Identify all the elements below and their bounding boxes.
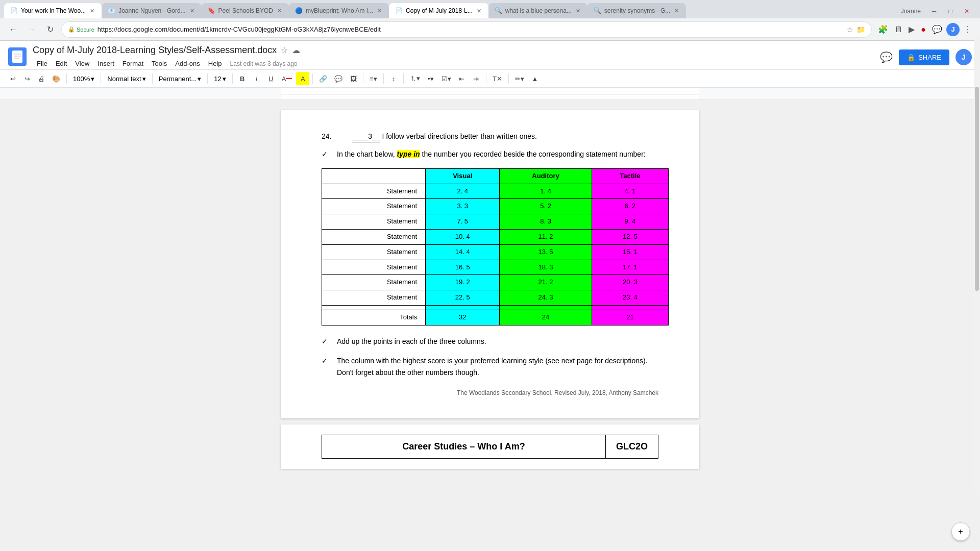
tab-close-icon[interactable]: ✕ (575, 7, 581, 15)
comment-icon[interactable]: 💬 (880, 51, 893, 63)
share-button[interactable]: 🔒 SHARE (899, 49, 949, 65)
scrollbar[interactable] (974, 36, 980, 479)
cloud-icon[interactable]: ☁ (292, 45, 300, 55)
visual-cell[interactable]: 10. 4 (426, 229, 500, 244)
auditory-cell[interactable]: 5. 2 (500, 199, 592, 214)
profile-button[interactable]: J (946, 23, 960, 36)
auditory-cell[interactable]: 18. 3 (500, 260, 592, 275)
menu-format[interactable]: Format (118, 58, 148, 69)
visual-total[interactable]: 32 (426, 310, 500, 325)
tab-joanne[interactable]: 📧 Joanne Nguyen - Gord... ✕ (102, 3, 201, 18)
document-page[interactable]: 24. ____3__ I follow verbal directions b… (281, 110, 699, 418)
menu-tools[interactable]: Tools (148, 58, 171, 69)
tab-blue-persona[interactable]: 🔍 what is a blue persona... ✕ (488, 3, 587, 18)
tab-close-icon[interactable]: ✕ (89, 7, 95, 15)
edit-mode-button[interactable]: ✏▾ (512, 72, 527, 85)
tab-close-icon[interactable]: ✕ (189, 7, 195, 15)
tactile-cell[interactable]: 15. 1 (592, 244, 668, 260)
font-size-dropdown[interactable]: 12 ▾ (211, 74, 229, 84)
auditory-cell[interactable]: 1. 4 (500, 184, 592, 199)
font-dropdown[interactable]: Permanent... ▾ (156, 74, 204, 84)
bullet-list-button[interactable]: •▾ (424, 72, 437, 85)
visual-cell[interactable]: 3. 3 (426, 199, 500, 214)
visual-cell[interactable]: 7. 5 (426, 214, 500, 230)
tab-close-icon[interactable]: ✕ (673, 7, 680, 15)
menu-help[interactable]: Help (204, 58, 226, 69)
visual-cell[interactable]: 22. 5 (426, 290, 500, 306)
tab-close-icon[interactable]: ✕ (376, 7, 383, 15)
lastpass-button[interactable]: ● (919, 23, 928, 36)
bold-button[interactable]: B (236, 72, 249, 85)
print-button[interactable]: 🖨 (35, 72, 48, 85)
checklist-button[interactable]: ☑▾ (438, 72, 454, 85)
visual-cell[interactable]: 2. 4 (426, 184, 500, 199)
comment-inline-button[interactable]: 💬 (331, 72, 346, 85)
menu-addons[interactable]: Add-ons (171, 58, 204, 69)
tactile-cell[interactable]: 23. 4 (592, 290, 668, 306)
link-button[interactable]: 🔗 (316, 72, 330, 85)
maximize-button[interactable]: □ (943, 4, 958, 18)
numbered-list-button[interactable]: ⒈▾ (407, 72, 423, 85)
tactile-cell[interactable]: 9. 4 (592, 214, 668, 230)
line-spacing-button[interactable]: ↕ (387, 72, 400, 85)
tab-your-work[interactable]: 📄 Your work in The Woo... ✕ (4, 3, 102, 18)
expand-button[interactable]: ▲ (528, 72, 542, 85)
zoom-dropdown[interactable]: 100% ▾ (70, 74, 97, 84)
tab-close-icon[interactable]: ✕ (276, 7, 283, 15)
clear-formatting-button[interactable]: T✕ (489, 72, 505, 85)
auditory-cell[interactable]: 8. 3 (500, 214, 592, 230)
back-button[interactable]: ← (6, 22, 20, 37)
indent-increase-button[interactable]: ⇥ (470, 72, 483, 85)
star-icon[interactable]: ☆ (281, 45, 288, 55)
menu-edit[interactable]: Edit (52, 58, 71, 69)
youtube-button[interactable]: ▶ (906, 22, 917, 36)
folder-icon[interactable]: 📁 (856, 26, 865, 34)
align-button[interactable]: ≡▾ (366, 72, 380, 85)
scrollbar-thumb[interactable] (975, 87, 979, 291)
cast-button[interactable]: 🖥 (892, 23, 904, 36)
style-dropdown[interactable]: Normal text ▾ (104, 74, 149, 84)
auditory-total[interactable]: 24 (500, 310, 592, 325)
italic-button[interactable]: I (250, 72, 263, 85)
tab-peel[interactable]: 🔖 Peel Schools BYOD ✕ (202, 3, 289, 18)
redo-button[interactable]: ↪ (20, 72, 34, 85)
visual-cell[interactable]: 19. 2 (426, 275, 500, 290)
forward-button[interactable]: → (24, 22, 39, 37)
menu-view[interactable]: View (71, 58, 93, 69)
paint-format-button[interactable]: 🎨 (49, 72, 63, 85)
tactile-total[interactable]: 21 (592, 310, 668, 325)
tab-serenity[interactable]: 🔍 serenity synonyms - G... ✕ (587, 3, 686, 18)
highlight-button[interactable]: A (296, 72, 309, 85)
user-avatar[interactable]: J (955, 49, 972, 65)
menu-button[interactable]: ⋮ (962, 22, 974, 36)
refresh-button[interactable]: ↻ (43, 22, 57, 37)
menu-insert[interactable]: Insert (93, 58, 118, 69)
bookmark-icon[interactable]: ☆ (847, 26, 853, 34)
tactile-cell[interactable]: 17. 1 (592, 260, 668, 275)
tab-myblueprint[interactable]: 🔵 myBlueprint: Who Am I... ✕ (289, 3, 389, 18)
address-box[interactable]: 🔒 Secure https://docs.google.com/documen… (61, 21, 872, 38)
indent-decrease-button[interactable]: ⇤ (455, 72, 469, 85)
close-button[interactable]: ✕ (960, 4, 974, 18)
tactile-cell[interactable]: 4. 1 (592, 184, 668, 199)
image-button[interactable]: 🖼 (347, 72, 360, 85)
tactile-cell[interactable]: 20. 3 (592, 275, 668, 290)
auditory-cell[interactable]: 11. 2 (500, 229, 592, 244)
text-color-button[interactable]: A (279, 72, 296, 85)
tab-copy-july[interactable]: 📄 Copy of M-July 2018-L... ✕ (389, 3, 488, 18)
undo-button[interactable]: ↩ (6, 72, 19, 85)
auditory-cell[interactable]: 24. 3 (500, 290, 592, 306)
visual-cell[interactable]: 16. 5 (426, 260, 500, 275)
tactile-cell[interactable]: 6. 2 (592, 199, 668, 214)
visual-cell[interactable]: 14. 4 (426, 244, 500, 260)
auditory-cell[interactable]: 21. 2 (500, 275, 592, 290)
table-totals-row: Totals 32 24 21 (322, 310, 669, 325)
underline-button[interactable]: U (264, 72, 278, 85)
menu-file[interactable]: File (33, 58, 52, 69)
minimize-button[interactable]: ─ (927, 4, 941, 18)
auditory-cell[interactable]: 13. 5 (500, 244, 592, 260)
extensions-button[interactable]: 🧩 (876, 22, 890, 36)
tab-close-icon[interactable]: ✕ (476, 7, 482, 15)
skype-button[interactable]: 💬 (930, 22, 944, 36)
tactile-cell[interactable]: 12. 5 (592, 229, 668, 244)
